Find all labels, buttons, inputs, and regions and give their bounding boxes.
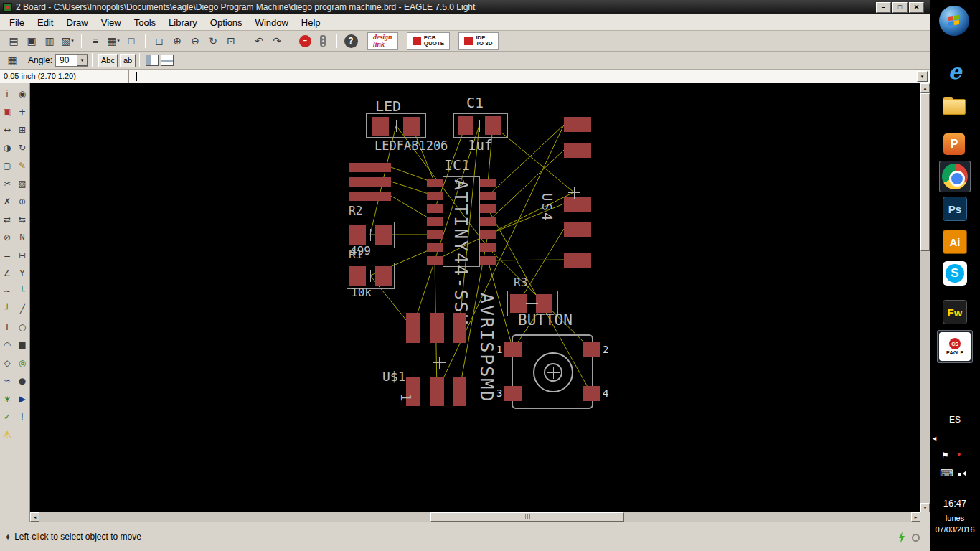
scroll-up-icon[interactable]: ▲ — [920, 83, 930, 93]
display-tool-icon[interactable]: ▣ — [0, 103, 14, 120]
pane-layout-button-1[interactable] — [146, 55, 159, 66]
maximize-button[interactable]: □ — [892, 2, 908, 13]
design-link-button[interactable]: designlink — [367, 32, 398, 50]
smash-tool-icon[interactable]: ⊟ — [15, 247, 29, 263]
minimize-button[interactable]: – — [876, 2, 891, 13]
smd-pad[interactable] — [480, 256, 496, 265]
taskbar-illustrator-icon[interactable]: Ai — [943, 230, 967, 254]
idf-to-3d-button[interactable]: IDFTO 3D — [458, 32, 498, 50]
clock-time[interactable]: 16:47 — [930, 498, 980, 509]
copy-tool-icon[interactable]: ⊞ — [15, 121, 29, 138]
smd-pad[interactable] — [480, 179, 496, 187]
circle-tool-icon[interactable]: ○ — [15, 319, 29, 335]
menu-options[interactable]: Options — [204, 16, 249, 29]
change-tool-icon[interactable]: ✎ — [15, 157, 29, 174]
tray-expand-icon[interactable]: ◄ — [931, 435, 938, 442]
smd-pad[interactable] — [453, 313, 466, 343]
pcb-quote-button[interactable]: PCBQUOTE — [407, 32, 450, 50]
clock-day[interactable]: lunes — [930, 514, 980, 522]
text-size-button[interactable]: ab — [120, 54, 136, 67]
smd-pad[interactable] — [372, 117, 389, 136]
menu-file[interactable]: File — [3, 16, 31, 29]
miter-tool-icon[interactable]: ∠ — [0, 265, 14, 281]
refdes-button[interactable]: BUTTON — [518, 313, 573, 328]
smd-pad[interactable] — [583, 386, 600, 401]
value-tool-icon[interactable]: = — [0, 247, 14, 263]
run-script-icon[interactable]: ≡ — [88, 33, 103, 49]
origin-cross[interactable] — [547, 367, 560, 379]
layer-blank-icon[interactable]: □ — [123, 33, 139, 49]
keyboard-tray-icon[interactable]: ⌨ — [940, 468, 953, 479]
stop-icon[interactable]: – — [297, 33, 313, 49]
origin-cross[interactable] — [433, 357, 446, 369]
smd-pad[interactable] — [430, 377, 444, 406]
paste-tool-icon[interactable]: ▧ — [15, 175, 29, 192]
move-tool-icon[interactable]: ↔ — [0, 121, 14, 138]
smd-pad[interactable] — [583, 342, 600, 357]
route-tool-icon[interactable]: └ — [15, 283, 29, 299]
text-tool-icon[interactable]: T — [0, 319, 14, 335]
smd-pad[interactable] — [564, 143, 591, 158]
smd-pad[interactable] — [427, 192, 443, 200]
zoom-out-icon[interactable]: ⊖ — [187, 33, 203, 49]
smd-pad[interactable] — [564, 117, 591, 132]
title-bar[interactable]: 2 Board - C:\Users\Innopolis\Documents\e… — [0, 0, 930, 14]
clock-date[interactable]: 07/03/2016 — [930, 525, 980, 534]
errors-tool-icon[interactable]: ! — [15, 408, 29, 425]
refdes-u4[interactable]: U$4 — [540, 193, 554, 222]
smd-pad[interactable] — [564, 197, 591, 212]
origin-cross[interactable] — [364, 270, 377, 282]
drc-tool-icon[interactable]: ✓ — [0, 408, 14, 425]
menu-view[interactable]: View — [95, 16, 128, 29]
scroll-down-icon[interactable]: ▼ — [920, 503, 930, 512]
zoom-fit-icon[interactable]: ◻ — [151, 33, 167, 49]
zoom-select-icon[interactable]: ⊡ — [223, 33, 239, 49]
refdes-r1[interactable]: R1 — [349, 249, 362, 260]
taskbar-photoshop-icon[interactable]: Ps — [943, 197, 967, 221]
taskbar-ie-icon[interactable]: e — [942, 57, 968, 85]
origin-cross[interactable] — [390, 120, 402, 132]
smd-pad[interactable] — [480, 204, 496, 213]
refdes-ic1[interactable]: IC1 — [444, 158, 470, 172]
signal-tool-icon[interactable]: ≈ — [0, 372, 14, 389]
taskbar-office-icon[interactable]: P — [943, 133, 965, 155]
smd-pad[interactable] — [375, 266, 392, 286]
close-button[interactable]: ✕ — [909, 2, 924, 13]
hole-tool-icon[interactable]: ● — [15, 372, 29, 389]
add-tool-icon[interactable]: ⊕ — [15, 193, 29, 209]
delete-tool-icon[interactable]: ✗ — [0, 193, 14, 209]
layer-settings-icon[interactable]: ▦▾ — [105, 33, 121, 49]
value-u1[interactable]: AVRISPSMD — [478, 293, 496, 402]
vertical-scrollbar[interactable]: ▲ ▼ — [920, 83, 930, 512]
smd-pad[interactable] — [480, 217, 496, 226]
cam-processor-icon[interactable]: ▧▾ — [60, 33, 75, 49]
info-tool-icon[interactable]: i — [0, 85, 14, 102]
auto-tool-icon[interactable]: ▶ — [15, 390, 29, 407]
scroll-right-icon[interactable]: ► — [911, 512, 920, 522]
menu-window[interactable]: Window — [249, 16, 295, 29]
horizontal-scroll-thumb[interactable] — [430, 512, 624, 522]
vertical-scroll-thumb[interactable] — [920, 93, 930, 251]
zoom-redraw-icon[interactable]: ↻ — [205, 33, 221, 49]
replace-tool-icon[interactable]: ⇆ — [15, 211, 29, 227]
smd-pad[interactable] — [427, 204, 443, 213]
antivirus-tray-icon[interactable]: ● — [957, 451, 961, 458]
angle-select[interactable]: 90 ▾ — [55, 54, 88, 67]
origin-cross[interactable] — [568, 187, 580, 199]
smd-pad[interactable] — [485, 116, 501, 135]
taskbar-explorer-icon[interactable] — [943, 99, 966, 115]
menu-draw[interactable]: Draw — [60, 16, 94, 29]
taskbar-skype-icon[interactable]: S — [943, 261, 967, 286]
taskbar-eagle-icon[interactable]: CS EAGLE — [937, 330, 973, 363]
smd-pad[interactable] — [349, 192, 391, 201]
smd-pad[interactable] — [349, 177, 391, 187]
ratsnest-tool-icon[interactable]: ∗ — [0, 390, 14, 407]
group-tool-icon[interactable]: ▢ — [0, 157, 14, 174]
smd-pad[interactable] — [430, 313, 444, 343]
menu-edit[interactable]: Edit — [31, 16, 60, 29]
language-indicator[interactable]: ES — [930, 415, 980, 425]
print-icon[interactable]: ▥ — [42, 33, 57, 49]
pinswap-tool-icon[interactable]: ⇄ — [0, 211, 14, 227]
taskbar-chrome-icon[interactable] — [939, 161, 971, 192]
show-tool-icon[interactable]: ◉ — [15, 85, 29, 102]
